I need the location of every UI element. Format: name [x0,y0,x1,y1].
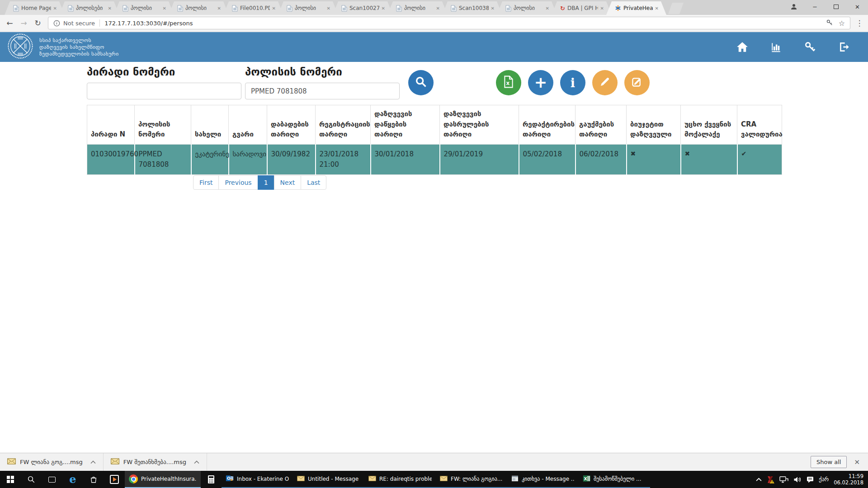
back-button[interactable]: ← [3,19,17,28]
tray-time: 11:59 [834,473,863,479]
edit-button[interactable] [592,70,618,95]
forward-button[interactable]: → [17,19,31,28]
outlook-taskbar-button[interactable]: O Inbox - Ekaterine O... [222,471,293,488]
download-item[interactable]: FW ლიანა გოგ....msg [0,453,103,471]
browser-menu-icon[interactable]: ⋮ [854,19,865,28]
page-favicon-icon [68,5,74,12]
browser-tab-strip: Home Page ✕ პოლისები ✕ პოლისი ✕ პოლისი ✕… [0,0,868,15]
page-favicon-icon [505,5,511,12]
tab-close-icon[interactable]: ✕ [491,6,495,11]
browser-tab[interactable]: პოლისი ✕ [169,1,229,15]
page-favicon-icon [232,5,238,12]
table-row[interactable]: 01030019760 PPMED 7081808 ეკატერინე სარა… [87,144,782,175]
tab-close-icon[interactable]: ✕ [382,6,385,11]
browser-tab[interactable]: პოლისი ✕ [387,1,448,15]
tab-close-icon[interactable]: ✕ [327,6,330,11]
browser-tab[interactable]: Scan10038.JPG ✕ [442,1,502,15]
message-taskbar-button[interactable]: RE: daireqtis proble... [364,471,436,488]
message-taskbar-button[interactable]: FW: ლიანა გოგია... [436,471,507,488]
tab-title: File0010.PDF [240,5,270,11]
tab-title: Scan10038.JPG [459,5,489,11]
downloads-close-icon[interactable]: ✕ [854,458,860,466]
policy-number-input[interactable] [245,83,400,99]
maximize-button[interactable] [826,0,847,14]
antivirus-tray-icon[interactable]: ! [767,476,774,483]
tab-close-icon[interactable]: ✕ [163,6,166,11]
page-previous-button[interactable]: Previous [218,175,258,190]
page-next-button[interactable]: Next [274,175,302,190]
close-button[interactable]: ✕ [847,0,868,14]
profile-icon[interactable] [783,0,804,14]
screen: Home Page ✕ პოლისები ✕ პოლისი ✕ პოლისი ✕… [0,0,868,488]
page-last-button[interactable]: Last [301,175,326,190]
refresh-button[interactable]: ↻ [31,19,45,28]
table-header-cell: პოლისის ნომერი [135,105,191,145]
message-taskbar-button[interactable]: Untitled - Message ... [293,471,364,488]
info-button[interactable]: i [560,70,585,95]
store-button[interactable] [83,471,104,488]
page-first-button[interactable]: First [193,175,219,190]
tab-close-icon[interactable]: ✕ [436,6,440,11]
movies-tv-button[interactable] [104,471,125,488]
search-button[interactable] [408,70,434,95]
add-button[interactable]: + [528,70,553,95]
header-key-icon[interactable] [804,41,816,53]
chevron-up-icon[interactable] [90,460,96,464]
tray-expand-icon[interactable] [756,478,762,482]
browser-tab[interactable]: Scan10027.JPG ✕ [333,1,393,15]
page-favicon-icon [13,5,19,12]
bookmark-star-icon[interactable]: ☆ [839,19,845,28]
taskbar: e PrivateHealthInsura... O Inbox - Ekate… [0,471,868,488]
chevron-up-icon[interactable] [194,460,199,464]
edge-button[interactable]: e [62,471,83,488]
sign-out-icon[interactable] [838,41,850,53]
browser-tab[interactable]: პოლისი ✕ [278,1,338,15]
tab-close-icon[interactable]: ✕ [600,6,604,11]
download-item[interactable]: FW შეთანხმება....msg [104,453,207,471]
message-taskbar-button[interactable]: კითხვა - Message ... [507,471,579,488]
address-bar[interactable]: Not secure 172.17.7.103:3030/#/persons ☆ [48,17,850,29]
taskbar-app-label: Untitled - Message ... [308,476,360,482]
page-number-button[interactable]: 1 [258,175,274,190]
clock[interactable]: 11:59 06.02.2018 [834,473,863,486]
tab-close-icon[interactable]: ✕ [108,6,112,11]
new-tab-button[interactable] [668,3,684,14]
tab-title: პოლისი [131,5,160,11]
password-key-icon[interactable] [826,19,833,28]
show-all-button[interactable]: Show all [811,456,847,468]
browser-tab[interactable]: File0010.PDF ✕ [223,1,283,15]
start-button[interactable] [0,471,21,488]
browser-tab[interactable]: ↻ DBA | GPI Hold ✕ [552,1,612,15]
browser-tab-active[interactable]: PrivateHealthI ✕ [606,1,666,15]
network-tray-icon[interactable] [779,476,788,483]
browser-tab[interactable]: პოლისი ✕ [114,1,174,15]
pagination: First Previous 1 Next Last [193,175,326,190]
tab-close-icon[interactable]: ✕ [546,6,549,11]
chrome-taskbar-button[interactable]: PrivateHealthInsura... [125,471,201,488]
register-edit-button[interactable] [624,70,650,95]
window-controls: ─ ✕ [783,0,868,14]
calculator-button[interactable] [201,471,222,488]
volume-tray-icon[interactable] [793,476,802,483]
excel-taskbar-button[interactable]: X შესამოწმებელი ... [579,471,650,488]
info-icon[interactable] [53,20,60,27]
browser-tab[interactable]: პოლისები ✕ [59,1,119,15]
chat-tray-icon[interactable] [807,476,814,483]
table-cell: PPMED 7081808 [135,144,191,175]
tab-title: Home Page [21,5,51,11]
tab-close-icon[interactable]: ✕ [655,6,659,11]
language-indicator[interactable]: ქარ [819,476,829,483]
tab-close-icon[interactable]: ✕ [272,6,276,11]
task-view-button[interactable] [42,471,62,488]
tab-close-icon[interactable]: ✕ [53,6,57,11]
taskbar-search-button[interactable] [21,471,42,488]
browser-tab[interactable]: Home Page ✕ [5,1,65,15]
personal-number-label: პირადი ნომერი [87,66,175,78]
browser-tab[interactable]: პოლისი ✕ [497,1,557,15]
personal-number-input[interactable] [87,83,241,99]
tab-close-icon[interactable]: ✕ [217,6,221,11]
export-excel-button[interactable]: x [496,70,521,95]
bar-chart-icon[interactable] [770,41,782,53]
minimize-button[interactable]: ─ [804,0,826,14]
home-icon[interactable] [736,42,748,52]
